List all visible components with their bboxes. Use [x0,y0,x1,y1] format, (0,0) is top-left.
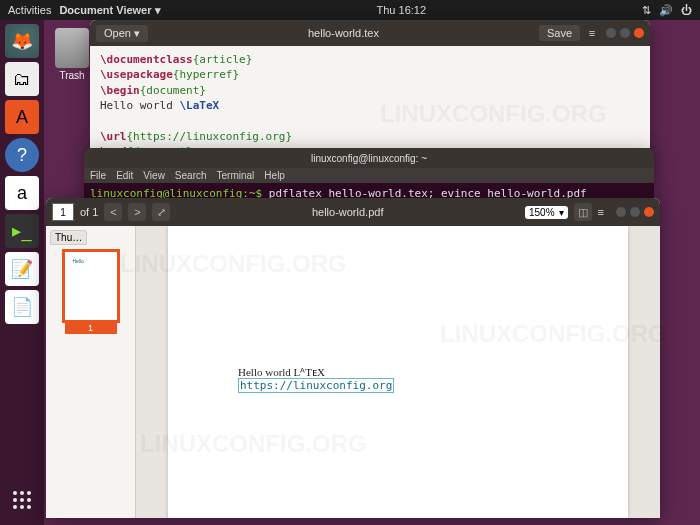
close-icon[interactable] [644,207,654,217]
firefox-icon[interactable]: 🦊 [5,24,39,58]
files-icon[interactable]: 🗂 [5,62,39,96]
show-apps-icon[interactable] [5,483,39,517]
minimize-icon[interactable] [606,28,616,38]
page-input[interactable] [52,203,74,221]
maximize-icon[interactable] [630,207,640,217]
page-of: of 1 [80,206,98,218]
sidebar-thumbnails: Thu… Hello 1 [46,226,136,518]
power-icon[interactable]: ⏻ [681,4,692,17]
trash-label: Trash [55,70,89,81]
window-terminal: linuxconfig@linuxconfig: ~ File Edit Vie… [84,148,654,204]
pdf-page-area[interactable]: Hello world LᴬTᴇX https://linuxconfig.or… [136,226,660,518]
launcher: 🦊 🗂 A ? a ▸_ 📝 📄 [0,20,44,525]
app-menu[interactable]: Document Viewer ▾ [59,4,160,17]
maximize-icon[interactable] [620,28,630,38]
open-button[interactable]: Open ▾ [96,25,148,42]
menu-edit[interactable]: Edit [116,170,133,181]
hamburger-icon[interactable]: ≡ [584,25,600,41]
menu-terminal[interactable]: Terminal [217,170,255,181]
evince-icon[interactable]: 📄 [5,290,39,324]
menu-view[interactable]: View [143,170,165,181]
window-text-editor: Open ▾ hello-world.tex Save ≡ \documentc… [90,20,650,166]
hamburger-icon[interactable]: ≡ [598,206,604,218]
close-icon[interactable] [634,28,644,38]
pdf-title: hello-world.pdf [176,206,519,218]
thumb-page-number: 1 [65,322,117,334]
save-button[interactable]: Save [539,25,580,41]
terminal-icon[interactable]: ▸_ [5,214,39,248]
bookmark-icon[interactable]: ◫ [574,203,592,221]
trash[interactable]: Trash [55,28,89,81]
zoom-fit-icon[interactable]: ⤢ [152,203,170,221]
menu-help[interactable]: Help [264,170,285,181]
editor-title: hello-world.tex [148,27,539,39]
minimize-icon[interactable] [616,207,626,217]
zoom-select[interactable]: 150%▾ [525,206,568,219]
prev-page-button[interactable]: < [104,203,122,221]
window-pdf-viewer: of 1 < > ⤢ hello-world.pdf 150%▾ ◫ ≡ Thu… [46,198,660,518]
help-icon[interactable]: ? [5,138,39,172]
sound-icon[interactable]: 🔊 [659,4,673,17]
clock: Thu 16:12 [161,4,642,16]
network-icon[interactable]: ⇅ [642,4,651,17]
gedit-icon[interactable]: 📝 [5,252,39,286]
terminal-title: linuxconfig@linuxconfig: ~ [84,148,654,168]
trash-icon [55,28,89,68]
menu-search[interactable]: Search [175,170,207,181]
amazon-icon[interactable]: a [5,176,39,210]
software-icon[interactable]: A [5,100,39,134]
terminal-menubar[interactable]: File Edit View Search Terminal Help [84,168,654,183]
activities[interactable]: Activities [8,4,51,17]
menu-file[interactable]: File [90,170,106,181]
thumbnail[interactable]: Hello 1 [62,249,120,323]
next-page-button[interactable]: > [128,203,146,221]
pdf-link[interactable]: https://linuxconfig.org [238,378,394,393]
sidebar-tab[interactable]: Thu… [50,230,87,245]
